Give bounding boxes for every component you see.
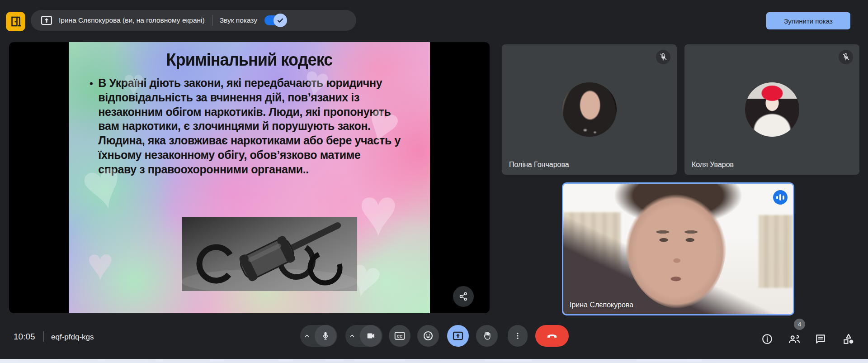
camera-button[interactable] bbox=[360, 325, 382, 347]
chevron-up-icon bbox=[349, 332, 356, 339]
window-edge-strip bbox=[0, 359, 868, 363]
chat-icon bbox=[815, 333, 826, 345]
end-call-icon bbox=[546, 330, 558, 342]
presentation-slide: ♥ ♥ ♥ ♥ ♥ ♥ ♥ ♥ Кримінальний кодекс • В … bbox=[69, 42, 430, 313]
mic-button-group[interactable] bbox=[300, 325, 337, 347]
heart-decoration: ♥ bbox=[358, 178, 398, 246]
participant-tile[interactable]: Коля Уваров bbox=[684, 44, 859, 175]
active-speaker-tile[interactable]: Ірина Слєпокурова bbox=[562, 182, 794, 315]
screen-share-tile[interactable]: ♥ ♥ ♥ ♥ ♥ ♥ ♥ ♥ Кримінальний кодекс • В … bbox=[9, 42, 490, 313]
more-options-button[interactable] bbox=[508, 325, 528, 347]
present-icon bbox=[453, 331, 463, 340]
clock: 10:05 bbox=[14, 332, 35, 342]
captions-icon: CC bbox=[394, 331, 405, 340]
camera-button-group[interactable] bbox=[345, 325, 382, 347]
meeting-code: eqf-pfdq-kgs bbox=[51, 333, 94, 342]
presenting-status-pill: Ірина Слєпокурова (ви, на головному екра… bbox=[31, 10, 356, 31]
chat-button[interactable] bbox=[813, 332, 828, 346]
end-call-button[interactable] bbox=[535, 325, 569, 347]
more-vert-icon bbox=[514, 331, 522, 340]
pill-divider bbox=[212, 15, 212, 26]
smiley-icon bbox=[423, 330, 434, 341]
mic-options-chevron[interactable] bbox=[300, 332, 314, 339]
participant-name: Поліна Гончарова bbox=[509, 161, 569, 169]
speaker-name: Ірина Слєпокурова bbox=[570, 301, 633, 309]
info-icon bbox=[761, 333, 773, 345]
avatar bbox=[745, 82, 799, 137]
reactions-button[interactable] bbox=[417, 325, 439, 347]
presenting-screen-icon bbox=[41, 15, 52, 25]
share-icon bbox=[458, 291, 468, 301]
mic-button[interactable] bbox=[315, 325, 336, 347]
participant-name: Коля Уваров bbox=[692, 161, 734, 169]
presentation-sound-toggle[interactable] bbox=[264, 15, 285, 25]
avatar bbox=[562, 82, 617, 137]
meet-window: Ірина Слєпокурова (ви, на головному екра… bbox=[0, 0, 868, 363]
mic-off-icon bbox=[659, 53, 667, 61]
people-icon bbox=[788, 333, 801, 345]
camera-icon bbox=[366, 331, 376, 341]
check-icon bbox=[277, 17, 284, 24]
mic-muted-indicator bbox=[839, 50, 853, 64]
present-button[interactable] bbox=[447, 325, 469, 347]
share-button[interactable] bbox=[453, 286, 474, 307]
slide-title: Кримінальний кодекс bbox=[78, 50, 421, 70]
presenter-label: Ірина Слєпокурова (ви, на головному екра… bbox=[59, 16, 205, 24]
participant-count-badge: 4 bbox=[794, 319, 805, 330]
door-icon bbox=[10, 16, 21, 28]
audio-level-indicator bbox=[773, 190, 788, 205]
divider bbox=[43, 331, 44, 342]
slide-body: • В Україні діють закони, які передбачаю… bbox=[90, 76, 401, 177]
app-logo bbox=[6, 12, 25, 31]
people-button[interactable] bbox=[787, 332, 802, 346]
mic-muted-indicator bbox=[656, 50, 670, 64]
raise-hand-button[interactable] bbox=[476, 325, 498, 347]
stop-presenting-button[interactable]: Зупинити показ bbox=[766, 12, 850, 29]
meeting-details-button[interactable] bbox=[760, 332, 774, 346]
camera-options-chevron[interactable] bbox=[345, 332, 359, 339]
mic-icon bbox=[321, 331, 330, 340]
slide-text: В Україні діють закони, які передбачають… bbox=[98, 76, 401, 177]
chevron-up-icon bbox=[303, 332, 311, 339]
heart-decoration: ♥ bbox=[87, 241, 113, 287]
cc-glyph: CC bbox=[397, 334, 402, 339]
mic-off-icon bbox=[842, 53, 850, 61]
bullet-point: • bbox=[90, 77, 93, 177]
activities-button[interactable] bbox=[841, 332, 856, 346]
toggle-knob bbox=[274, 14, 287, 27]
hand-icon bbox=[482, 331, 492, 341]
activities-icon bbox=[842, 333, 855, 345]
presentation-sound-label: Звук показу bbox=[220, 16, 257, 24]
gavel-handcuffs-image bbox=[182, 217, 357, 291]
participant-tile[interactable]: Поліна Гончарова bbox=[502, 44, 677, 175]
captions-button[interactable]: CC bbox=[389, 325, 410, 347]
